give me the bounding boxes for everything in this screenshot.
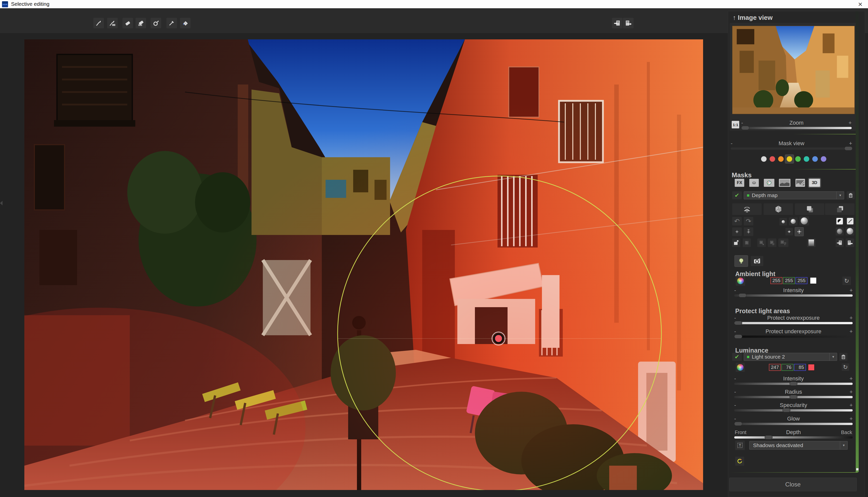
luminance-color-swatch[interactable] [808, 364, 814, 371]
brush-size-medium-button[interactable] [789, 217, 798, 225]
color-picker-button[interactable] [166, 18, 177, 28]
sphere-dark-button[interactable] [836, 227, 844, 236]
export-mask-button[interactable] [623, 18, 634, 28]
panel-scrollbar[interactable] [856, 11, 859, 472]
ambient-green-field[interactable]: 255 [783, 277, 795, 284]
luminance-reset-button[interactable]: ↻ [842, 363, 849, 371]
import-mask-button[interactable] [612, 18, 622, 28]
ambient-intensity-handle[interactable] [739, 293, 746, 297]
light-source-control-point[interactable] [492, 332, 505, 345]
left-panel-handle[interactable] [0, 194, 4, 212]
mask-color-dot[interactable] [760, 155, 768, 163]
protect-underexposure-handle[interactable] [734, 335, 742, 339]
delete-light-source-button[interactable] [839, 353, 848, 361]
glow-plus[interactable]: + [850, 415, 853, 422]
copy-mask-button[interactable] [743, 239, 751, 247]
shadows-dropdown[interactable]: Shadows deactivated ▼ [749, 441, 848, 450]
ambient-intensity-plus[interactable]: + [850, 287, 853, 294]
ambient-red-field[interactable]: 255 [770, 277, 782, 284]
gradient-mask-button[interactable] [807, 239, 815, 247]
radius-slider[interactable] [734, 396, 853, 398]
radius-handle[interactable] [789, 395, 798, 399]
mask-color-dot[interactable] [794, 155, 802, 163]
mask-color-dot[interactable] [819, 155, 828, 163]
preview-thumbnail[interactable] [732, 26, 855, 114]
luminance-red-field[interactable]: 247 [769, 364, 781, 371]
daylight-mode-button[interactable] [732, 203, 761, 215]
zoom-plus-button[interactable]: + [849, 119, 852, 126]
zoom-slider[interactable] [741, 127, 852, 129]
reset-light-sources-button[interactable] [735, 457, 744, 466]
mask-color-dot[interactable] [785, 155, 794, 163]
depth-map-enable-check[interactable]: ✔ [732, 191, 742, 199]
depth-slider[interactable] [734, 436, 853, 439]
layer-back-button[interactable] [825, 203, 854, 215]
invert-mask-button[interactable] [836, 217, 844, 225]
expand-selection-button[interactable] [732, 227, 742, 236]
ambient-color-swatch[interactable] [810, 277, 816, 284]
ambient-blue-field[interactable]: 255 [796, 277, 808, 284]
mask-select-dropdown[interactable]: Depth map ▼ [744, 191, 844, 199]
panel-scrollbar-handle[interactable] [856, 468, 858, 470]
delete-mask-button[interactable] [847, 191, 855, 199]
mask-color-dot[interactable] [777, 155, 785, 163]
specularity-handle[interactable] [782, 408, 790, 412]
light-source-dropdown[interactable]: Light source 2 ▼ [744, 353, 837, 361]
zoom-slider-handle[interactable] [741, 126, 749, 130]
radius-plus[interactable]: + [850, 389, 853, 395]
ambient-reset-button[interactable]: ↻ [842, 276, 851, 285]
tab-luminosity-mask[interactable] [779, 179, 790, 187]
protect-under-plus[interactable]: + [850, 328, 853, 335]
eraser-region-button[interactable] [136, 18, 146, 28]
editing-canvas[interactable] [24, 39, 703, 490]
luminance-intensity-handle[interactable] [789, 382, 798, 386]
specularity-slider[interactable] [734, 409, 853, 411]
protect-overexposure-handle[interactable] [734, 321, 742, 325]
protect-overexposure-slider[interactable] [734, 322, 853, 324]
window-close-button[interactable]: × [858, 0, 863, 9]
light-source-enable-check[interactable]: ✔ [732, 353, 742, 361]
move-horizontal-button[interactable] [785, 228, 793, 236]
luminance-intensity-plus[interactable]: + [850, 375, 853, 382]
glow-slider[interactable] [734, 423, 853, 425]
zoom-fit-button[interactable]: 1:1 [732, 121, 739, 128]
glow-handle[interactable] [734, 422, 742, 426]
mask-view-slider-handle[interactable] [844, 146, 852, 151]
image-view-header[interactable]: ↑ Image view [733, 14, 773, 22]
close-button[interactable]: Close [729, 478, 857, 491]
undo-button[interactable]: ↶ [732, 217, 742, 225]
tab-texture-mask[interactable] [796, 179, 805, 187]
smudge-button[interactable] [151, 18, 161, 28]
camera-mode-button[interactable] [751, 256, 763, 266]
tab-3d-mask[interactable]: 3D [809, 179, 820, 187]
save-mask-button[interactable] [846, 239, 854, 247]
contract-selection-button[interactable] [744, 227, 753, 236]
ambient-intensity-slider[interactable] [734, 294, 853, 297]
depth-handle[interactable] [764, 435, 773, 439]
luminance-green-field[interactable]: 76 [781, 364, 794, 371]
luminance-blue-field[interactable]: 85 [794, 364, 806, 371]
tab-fx-mask[interactable]: FX [735, 179, 744, 187]
light-source-mode-button[interactable] [735, 256, 748, 267]
layer-front-button[interactable] [795, 203, 824, 215]
mask-view-plus-button[interactable]: + [849, 140, 852, 147]
brush-size-small-button[interactable] [780, 218, 787, 225]
paint-region-button[interactable] [107, 18, 118, 28]
ambient-color-wheel-button[interactable] [736, 276, 745, 286]
mask-color-dot[interactable] [802, 155, 811, 163]
redo-button[interactable]: ↷ [744, 217, 753, 225]
shadow-options-button[interactable]: T [735, 441, 745, 450]
eraser-button[interactable] [123, 18, 133, 28]
tab-palette-mask[interactable] [764, 179, 774, 187]
copy-mask-all-button[interactable] [757, 239, 766, 247]
brush-size-large-button[interactable] [799, 216, 809, 225]
paste-mask-settings-button[interactable] [779, 239, 788, 247]
new-mask-button[interactable] [732, 239, 740, 247]
protect-over-plus[interactable]: + [850, 315, 853, 321]
tab-vignette-mask[interactable] [749, 179, 759, 187]
luminance-intensity-slider[interactable] [734, 383, 853, 385]
protect-underexposure-slider[interactable] [734, 336, 853, 338]
specularity-plus[interactable]: + [850, 402, 853, 409]
mask-view-slider[interactable] [731, 147, 852, 150]
paste-mask-button[interactable] [768, 239, 776, 247]
